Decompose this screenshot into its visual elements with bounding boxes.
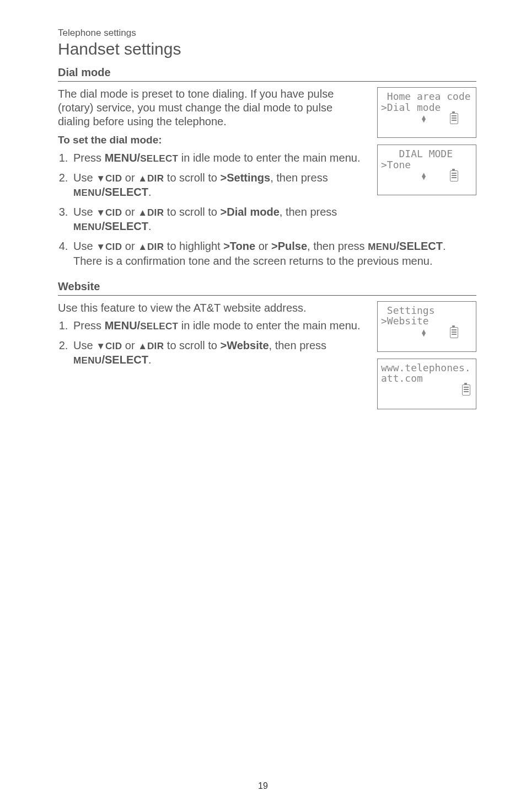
rule-divider <box>58 295 476 296</box>
lcd-screen: DIAL MODE >Tone ▲▼ <box>377 145 476 195</box>
dial-mode-label: >Dial mode <box>221 206 280 218</box>
select-label: /SELECT <box>396 240 443 252</box>
updown-icon: ▲▼ <box>422 115 426 122</box>
text: to scroll to <box>164 172 220 184</box>
text: , then press <box>307 240 368 252</box>
text: to highlight <box>164 240 223 252</box>
text: Use <box>73 339 96 351</box>
lcd-line: >Website <box>381 316 473 327</box>
page-title: Handset settings <box>58 40 476 58</box>
website-heading: Website <box>58 280 476 294</box>
dir-label: DIR <box>147 341 164 351</box>
text: Press <box>73 319 105 332</box>
triangle-up-icon <box>138 206 147 218</box>
battery-icon <box>462 384 470 396</box>
cid-label: CID <box>105 173 122 184</box>
text: or <box>255 240 271 252</box>
text: Press <box>73 152 105 164</box>
lcd-line: >Tone <box>381 159 473 170</box>
text: to scroll to <box>164 339 220 351</box>
triangle-up-icon <box>138 339 147 351</box>
website-label: >Website <box>221 339 269 351</box>
text: , then press <box>269 339 327 351</box>
text: , then press <box>280 206 337 218</box>
text: . <box>148 186 152 198</box>
lcd-screen: Home area code >Dial mode ▲▼ <box>377 87 476 138</box>
list-item: Use CID or DIR to scroll to >Website, th… <box>71 338 366 367</box>
text: in idle mode to enter the main menu. <box>178 319 360 332</box>
list-item: Use CID or DIR to highlight >Tone or >Pu… <box>71 239 476 268</box>
lcd-line: att.com <box>381 373 473 384</box>
select-label: SELECT <box>140 321 178 332</box>
text: . <box>148 220 152 232</box>
list-item: Press MENU/SELECT in idle mode to enter … <box>71 151 366 165</box>
cid-label: CID <box>105 341 122 351</box>
pulse-label: >Pulse <box>271 240 307 252</box>
menu-label: MENU <box>368 242 396 252</box>
select-label: /SELECT <box>101 220 148 232</box>
text: . <box>148 354 152 366</box>
rule-divider <box>58 81 476 82</box>
dial-mode-heading: Dial mode <box>58 66 476 80</box>
updown-icon: ▲▼ <box>422 173 426 179</box>
triangle-up-icon <box>138 172 147 184</box>
text: , then press <box>270 172 328 184</box>
dial-mode-intro: The dial mode is preset to tone dialing.… <box>58 87 366 129</box>
settings-label: >Settings <box>221 172 271 184</box>
list-item: Press MENU/SELECT in idle mode to enter … <box>71 318 366 333</box>
tone-label: >Tone <box>223 240 255 252</box>
menu-label: MENU <box>73 355 101 366</box>
lcd-line: Settings <box>381 305 473 316</box>
menu-label: MENU <box>73 188 101 198</box>
dial-mode-to-set: To set the dial mode: <box>58 134 366 146</box>
cid-label: CID <box>105 242 122 252</box>
text: to scroll to <box>164 206 220 218</box>
text: Use <box>73 172 96 184</box>
lcd-line: DIAL MODE <box>381 148 473 159</box>
text: or <box>122 339 138 351</box>
select-label: /SELECT <box>101 354 148 366</box>
dir-label: DIR <box>147 207 164 218</box>
dial-mode-steps: Press MENU/SELECT in idle mode to enter … <box>58 151 366 233</box>
website-steps: Press MENU/SELECT in idle mode to enter … <box>58 318 366 367</box>
lcd-line: Home area code <box>381 91 473 102</box>
menu-label: MENU <box>73 222 101 232</box>
text: Use <box>73 240 96 252</box>
text: or <box>122 172 138 184</box>
page-number: 19 <box>0 781 526 791</box>
triangle-down-icon <box>96 206 105 218</box>
menu-label: MENU/ <box>105 319 140 332</box>
select-label: /SELECT <box>101 186 148 198</box>
battery-icon <box>450 170 458 181</box>
text: or <box>122 206 138 218</box>
battery-icon <box>450 113 458 124</box>
triangle-down-icon <box>96 172 105 184</box>
text: or <box>122 240 138 252</box>
website-intro: Use this feature to view the AT&T websit… <box>58 301 366 315</box>
menu-label: MENU/ <box>105 152 140 164</box>
dir-label: DIR <box>147 173 164 184</box>
lcd-screen: www.telephones. att.com <box>377 359 476 409</box>
lcd-screen: Settings >Website ▲▼ <box>377 301 476 352</box>
battery-icon <box>450 327 458 338</box>
triangle-up-icon <box>138 240 147 252</box>
dial-mode-steps-cont: Use CID or DIR to highlight >Tone or >Pu… <box>58 239 476 268</box>
list-item: Use CID or DIR to scroll to >Settings, t… <box>71 170 366 199</box>
dir-label: DIR <box>147 242 164 252</box>
text: in idle mode to enter the main menu. <box>178 152 360 164</box>
triangle-down-icon <box>96 240 105 252</box>
text: Use <box>73 206 96 218</box>
lcd-line: >Dial mode <box>381 102 473 113</box>
breadcrumb: Telephone settings <box>58 28 476 39</box>
triangle-down-icon <box>96 339 105 351</box>
list-item: Use CID or DIR to scroll to >Dial mode, … <box>71 205 366 233</box>
select-label: SELECT <box>140 153 178 164</box>
cid-label: CID <box>105 207 122 218</box>
lcd-line: www.telephones. <box>381 362 473 373</box>
updown-icon: ▲▼ <box>422 329 426 336</box>
